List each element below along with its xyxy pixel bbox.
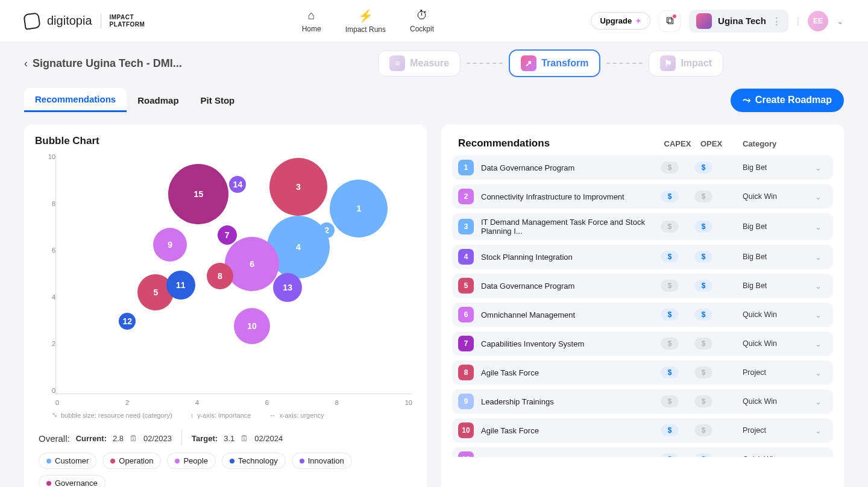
rec-category: Big Bet — [743, 163, 809, 172]
chart-bubble[interactable]: 12 — [119, 313, 136, 330]
category-chip[interactable]: Governance — [39, 475, 105, 487]
rec-category: Big Bet — [743, 253, 809, 261]
rec-row[interactable]: 2Connectivity Infrastructure to Improvme… — [452, 184, 833, 209]
expand-row-button[interactable]: ⌄ — [809, 310, 827, 319]
rec-category: Quick Win — [743, 455, 809, 457]
calendar-icon: 🗓 — [130, 434, 137, 443]
nav-impact-runs[interactable]: ⚡ Impact Runs — [345, 8, 386, 34]
chart-bubble[interactable]: 1 — [330, 180, 388, 237]
rec-category: Big Bet — [743, 281, 809, 290]
rec-row[interactable]: 5Data Governance Program$$Big Bet⌄ — [452, 274, 833, 298]
recommendations-panel: Recommendations CAPEX OPEX Category 1Dat… — [441, 124, 844, 487]
app-header: digitopia IMPACT PLATFORM ⌂ Home ⚡ Impac… — [0, 0, 868, 42]
category-chip[interactable]: Technology — [222, 453, 286, 469]
rec-row[interactable]: 7Capabilities Inventory System$$Quick Wi… — [452, 331, 833, 356]
expand-row-button[interactable]: ⌄ — [809, 368, 827, 377]
rec-number-badge: 9 — [458, 394, 474, 409]
chart-bubble[interactable]: 14 — [229, 176, 246, 193]
calendar-icon: 🗓 — [241, 434, 248, 443]
rec-name: Agile Task Force — [481, 426, 661, 435]
phase-row: ≡ Measure ↗ Transform ⚑ Impact — [378, 49, 723, 77]
rec-number-badge: 11 — [458, 451, 474, 457]
chart-bubble[interactable]: 11 — [166, 271, 195, 300]
user-avatar[interactable]: EE — [808, 11, 828, 31]
expand-row-button[interactable]: ⌄ — [809, 192, 827, 201]
rec-name: Data Governance Program — [481, 163, 661, 172]
expand-row-button[interactable]: ⌄ — [809, 281, 827, 291]
back-button[interactable]: ‹ — [24, 57, 28, 70]
chart-bubble[interactable]: 13 — [273, 273, 302, 302]
rec-row[interactable]: 1Data Governance Program$$Big Bet⌄ — [452, 156, 833, 180]
company-selector[interactable]: Ugina Tech ⋮ — [689, 10, 788, 33]
category-dot-icon — [230, 459, 234, 463]
rec-number-badge: 7 — [458, 336, 474, 351]
capex-indicator: $ — [661, 162, 679, 174]
chart-bubble[interactable]: 6 — [225, 237, 279, 291]
tab-pit-stop[interactable]: Pit Stop — [190, 89, 246, 112]
phase-measure[interactable]: ≡ Measure — [378, 50, 461, 77]
opex-indicator: $ — [694, 190, 712, 203]
category-chip[interactable]: Customer — [39, 453, 96, 469]
nav-home[interactable]: ⌂ Home — [302, 8, 321, 34]
brand-subtitle: IMPACT PLATFORM — [101, 14, 145, 28]
brand-word: digitopia — [47, 14, 92, 28]
rec-row[interactable]: 11Omnichannel Management$$Quick Win⌄ — [452, 447, 833, 457]
opex-indicator: $ — [694, 424, 712, 436]
expand-row-button[interactable]: ⌄ — [809, 163, 827, 172]
expand-row-button[interactable]: ⌄ — [809, 339, 827, 348]
rec-row[interactable]: 4Stock Planning Integration$$Big Bet⌄ — [452, 245, 833, 269]
phase-transform[interactable]: ↗ Transform — [509, 49, 600, 77]
opex-indicator: $ — [694, 162, 712, 174]
home-icon: ⌂ — [308, 8, 315, 22]
nav-cockpit[interactable]: ⏱ Cockpit — [410, 8, 434, 34]
gauge-icon: ⏱ — [416, 8, 428, 22]
create-roadmap-button[interactable]: ⤳ Create Roadmap — [731, 89, 844, 112]
rec-row[interactable]: 8Agile Task Force$$Project⌄ — [452, 360, 833, 385]
chart-bubble[interactable]: 8 — [207, 263, 233, 289]
rec-number-badge: 1 — [458, 160, 474, 175]
chevron-down-icon[interactable]: ⌄ — [837, 16, 844, 26]
capex-indicator: $ — [661, 251, 679, 263]
header-right: Upgrade ✦ ⧉ Ugina Tech ⋮ | EE ⌄ — [591, 10, 844, 33]
expand-arrow-icon: ⤡ — [52, 411, 57, 419]
chart-bubble[interactable]: 7 — [218, 225, 237, 245]
category-chip[interactable]: People — [167, 453, 215, 469]
main-nav: ⌂ Home ⚡ Impact Runs ⏱ Cockpit — [302, 8, 434, 34]
capex-indicator: $ — [661, 221, 679, 233]
transform-icon: ↗ — [521, 55, 536, 71]
expand-row-button[interactable]: ⌄ — [809, 455, 827, 457]
rec-number-badge: 3 — [458, 219, 474, 234]
rec-name: Capabilities Inventory System — [481, 339, 661, 348]
sparkle-icon: ✦ — [635, 17, 641, 25]
chart-bubble[interactable]: 10 — [234, 308, 270, 344]
measure-icon: ≡ — [389, 55, 405, 71]
vertical-arrow-icon: ↕ — [190, 412, 194, 419]
tab-roadmap[interactable]: Roadmap — [127, 89, 189, 112]
bubble-chart-panel: Bubble Chart 1086420 1234567891011121314… — [24, 124, 427, 487]
chart-bubble[interactable]: 3 — [269, 158, 327, 216]
rec-name: Leadership Trainings — [481, 397, 661, 406]
capex-indicator: $ — [661, 190, 679, 203]
expand-row-button[interactable]: ⌄ — [809, 397, 827, 406]
chart-bubble[interactable]: 9 — [153, 228, 187, 262]
rec-name: Connectivity Infrastructure to Improvmen… — [481, 192, 661, 201]
category-chip[interactable]: Innovation — [292, 453, 352, 469]
expand-row-button[interactable]: ⌄ — [809, 222, 827, 231]
tab-recommendations[interactable]: Recommendations — [24, 88, 127, 112]
category-chip[interactable]: Operation — [102, 453, 161, 469]
expand-row-button[interactable]: ⌄ — [809, 426, 827, 435]
phase-impact[interactable]: ⚑ Impact — [649, 50, 723, 77]
bubble-chart: 1086420 123456789101112131415 0246810 — [39, 153, 412, 406]
rec-row[interactable]: 10Agile Task Force$$Project⌄ — [452, 418, 833, 442]
notifications-button[interactable]: ⧉ — [659, 10, 681, 32]
rec-row[interactable]: 9Leadership Trainings$$Quick Win⌄ — [452, 389, 833, 413]
rec-row[interactable]: 6Omnichannel Management$$Quick Win⌄ — [452, 303, 833, 327]
upgrade-button[interactable]: Upgrade ✦ — [591, 12, 650, 30]
subheader: ‹ Signature Ugina Tech - DMI... ≡ Measur… — [0, 42, 868, 77]
chart-bubble[interactable]: 15 — [168, 164, 228, 224]
category-chips: CustomerOperationPeopleTechnologyInnovat… — [35, 453, 416, 487]
opex-indicator: $ — [694, 338, 712, 350]
tabs-row: Recommendations Roadmap Pit Stop ⤳ Creat… — [0, 77, 868, 112]
rec-row[interactable]: 3IT Demand Management Task Force and Sto… — [452, 213, 833, 240]
expand-row-button[interactable]: ⌄ — [809, 253, 827, 262]
